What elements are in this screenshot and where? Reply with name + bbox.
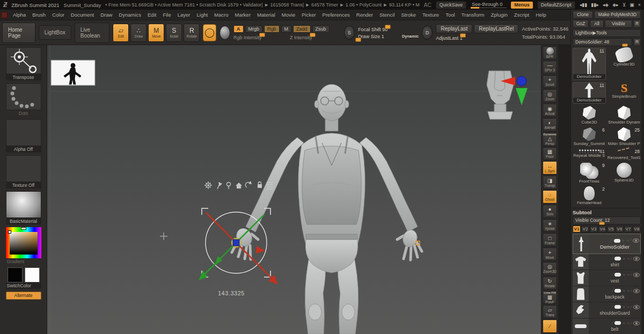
polypaint-toggle-icon[interactable] — [614, 257, 621, 260]
r-button[interactable]: R — [633, 20, 641, 28]
tool-item[interactable]: Cube3D — [573, 106, 606, 125]
mask-toggle-icon[interactable]: × — [626, 238, 629, 243]
view-tab[interactable]: V4 — [598, 226, 606, 233]
mask-toggle-icon[interactable]: × — [627, 321, 630, 325]
tool-item[interactable]: Shoulder Dynam — [608, 106, 641, 125]
default-zscript-button[interactable]: DefaultZScript — [537, 1, 575, 9]
shelf-button[interactable]: ◌ Ghost — [543, 190, 557, 204]
tool-item[interactable]: 11 DemoSoldier — [573, 48, 606, 80]
current-material-icon[interactable] — [219, 26, 230, 40]
mask-toggle-icon[interactable]: × — [627, 305, 630, 309]
shelf-button[interactable]: ◉ Actual — [543, 104, 557, 117]
subtool-row[interactable]: ∕ ◖ × ∕ vest — [573, 270, 641, 286]
paint-mode-chip[interactable]: Mrgb — [245, 25, 263, 33]
menu-item[interactable]: Layer — [174, 11, 194, 19]
lightbox-button[interactable]: LightBox — [39, 25, 71, 40]
eye-icon[interactable] — [633, 273, 640, 277]
shelf-button[interactable]: ◎ Zoom — [543, 89, 557, 103]
tool-item[interactable]: 25 MAin Shoulder P — [608, 127, 641, 147]
eye-icon[interactable] — [633, 289, 640, 293]
menus-button[interactable]: Menus — [511, 2, 533, 9]
transpose-tool[interactable]: Transpose — [6, 47, 41, 81]
menu-item[interactable]: Picker — [298, 11, 319, 19]
menu-item[interactable]: Zplugin — [488, 11, 511, 19]
paint-mode-chip[interactable]: Zsub — [312, 25, 330, 33]
eye-icon[interactable] — [633, 257, 640, 261]
shelf-button[interactable]: ∕ — [543, 320, 557, 333]
view-tab[interactable]: V2 — [581, 226, 589, 233]
shelf-button[interactable]: Line Fill ▦ PolyF — [543, 291, 557, 304]
shelf-button[interactable]: □ Frame — [543, 233, 557, 246]
document-viewport[interactable]: 143.3325 — [47, 45, 541, 334]
shelf-button[interactable]: Dynamic △ Persp — [543, 133, 557, 146]
stroke-settings-icon[interactable]: S — [344, 26, 355, 40]
pen-toggle-icon[interactable]: ∕ — [631, 257, 632, 261]
rgb-intensity-slider[interactable]: Rgb Intensity — [233, 34, 284, 40]
menu-item[interactable]: Render — [353, 11, 376, 19]
see-through-slider[interactable]: See-through 0 — [471, 2, 507, 8]
window-control-icon[interactable]: ◂◈ — [603, 2, 609, 8]
menu-item[interactable]: Stencil — [376, 11, 398, 19]
uv-toggle-icon[interactable]: ◖ — [623, 257, 625, 261]
sculpt-toggle-icon[interactable]: ∕ — [612, 321, 613, 325]
quicksave-button[interactable]: QuickSave — [436, 1, 467, 9]
view-tab[interactable]: V1 — [573, 226, 581, 233]
dynamic-tag[interactable]: Dynamic — [402, 34, 419, 39]
shelf-button[interactable]: — SPix 3 — [543, 61, 557, 74]
gizmo-toolbar[interactable] — [204, 181, 273, 189]
tool-item[interactable]: 2 FemaleHead — [573, 186, 606, 206]
paint-mode-chip[interactable]: Rgb — [264, 25, 280, 33]
sculpt-toggle-icon[interactable]: ∕ — [612, 238, 612, 243]
mode-button[interactable]: SScale — [166, 24, 182, 42]
subtool-row[interactable]: ∕ ◖ × ∕ DemoSoldier — [573, 234, 641, 254]
subtool-row[interactable]: ∕ ◖ × ∕ shoulderGuard — [573, 302, 641, 318]
make-polymesh-button[interactable]: Make PolyMesh3D — [594, 11, 641, 19]
paint-mode-chip[interactable]: M — [281, 25, 292, 33]
shelf-button[interactable]: ▦ Floor — [543, 147, 557, 161]
mode-button[interactable]: ∴Draw — [130, 24, 147, 42]
mask-toggle-icon[interactable]: × — [627, 289, 630, 293]
shelf-button[interactable]: BPR — [543, 46, 557, 60]
clone-button[interactable]: Clone — [573, 11, 593, 19]
panel-scrollbar[interactable] — [641, 10, 644, 334]
pen-toggle-icon[interactable]: ∕ — [631, 238, 631, 243]
menu-item[interactable]: Preferences — [319, 11, 353, 19]
material-selector[interactable]: BasicMaterial — [6, 191, 41, 224]
shelf-button[interactable]: ∗ Xpose — [543, 219, 557, 233]
polypaint-toggle-icon[interactable] — [614, 289, 621, 293]
uv-toggle-icon[interactable]: ◖ — [622, 238, 625, 243]
menu-item[interactable]: Texture — [419, 11, 442, 19]
goz-button[interactable]: GoZ — [573, 20, 589, 28]
transpose-gizmo[interactable] — [199, 208, 278, 285]
menu-item[interactable]: Transform — [458, 11, 488, 19]
draw-size-slider[interactable]: Draw Size 1Dynamic — [358, 34, 419, 39]
menu-item[interactable]: Tool — [442, 11, 458, 19]
menu-item[interactable]: Alpha — [10, 11, 29, 19]
window-control-icon[interactable]: ▣ — [630, 2, 634, 8]
subtool-row[interactable]: ∕ ◖ × ∕ shirt — [573, 254, 641, 270]
menu-item[interactable]: Light — [193, 11, 211, 19]
pen-toggle-icon[interactable]: ∕ — [631, 289, 632, 293]
stroke-dots-tool[interactable]: Dots — [6, 83, 41, 117]
gradient-picker-icon[interactable] — [6, 227, 41, 258]
menu-item[interactable]: File — [159, 11, 174, 19]
menu-item[interactable]: Color — [49, 11, 68, 19]
tool-item[interactable]: 6 Sunday_Summit — [573, 127, 606, 147]
tool-item[interactable]: Cylinder3D — [608, 48, 641, 80]
menu-item[interactable]: Brush — [29, 11, 49, 19]
tool-item[interactable]: 28 Recovered_Tool1 — [608, 149, 641, 161]
alternate-button[interactable]: Alternate — [6, 292, 41, 300]
replay-last-rel-button[interactable]: ReplayLastRel — [474, 24, 518, 33]
menu-item[interactable]: Document — [68, 11, 97, 19]
lightbox-tools-bar[interactable]: Lightbox▶Tools — [573, 29, 641, 37]
sculpt-toggle-icon[interactable]: ∕ — [612, 289, 613, 293]
alpha-selector[interactable]: Alpha Off — [6, 119, 41, 153]
tool-item[interactable]: Sphere3D — [608, 163, 641, 184]
polypaint-toggle-icon[interactable] — [614, 305, 621, 309]
shelf-button[interactable]: ◨ Transp — [543, 176, 557, 189]
shelf-button[interactable]: ↔ L.Sym — [543, 161, 557, 175]
uv-toggle-icon[interactable]: ◖ — [623, 321, 625, 325]
home-page-button[interactable]: Home Page — [2, 23, 35, 43]
visible-count-slider[interactable]: Visible Count: 12 — [573, 216, 641, 224]
color-picker[interactable]: Gradient — [6, 227, 41, 265]
